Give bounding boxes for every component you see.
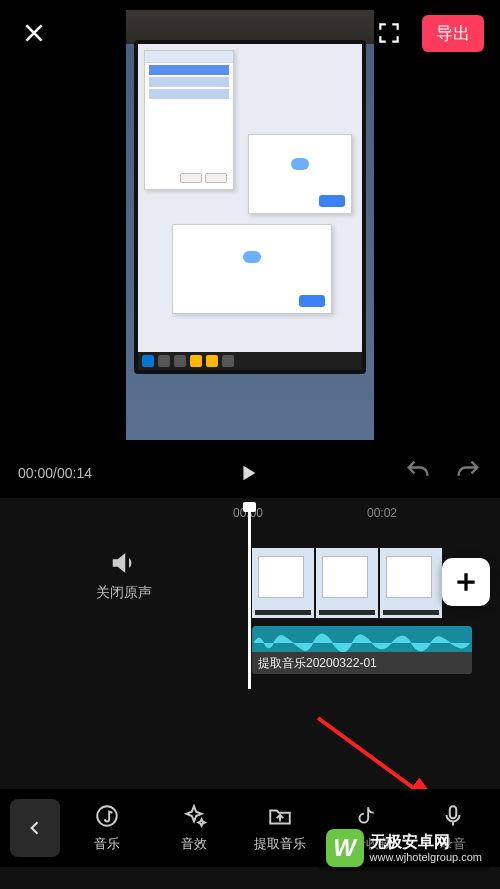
video-clip[interactable] — [380, 548, 442, 618]
tool-sound-effect[interactable]: 音效 — [164, 803, 224, 853]
export-button[interactable]: 导出 — [422, 15, 484, 52]
watermark-logo: W — [326, 829, 364, 867]
preview-frame — [126, 10, 374, 440]
fullscreen-button[interactable] — [374, 18, 404, 48]
watermark-domain: www.wjhotelgroup.com — [370, 851, 483, 863]
time-display: 00:00/00:14 — [18, 465, 92, 481]
redo-button[interactable] — [454, 457, 482, 489]
plus-icon — [453, 569, 479, 595]
redo-icon — [454, 457, 482, 485]
video-clip[interactable] — [316, 548, 378, 618]
video-preview[interactable] — [126, 10, 374, 440]
music-note-icon — [94, 803, 120, 829]
close-icon — [21, 20, 47, 46]
sparkle-icon — [181, 803, 207, 829]
svg-point-1 — [97, 806, 117, 826]
chevron-left-icon — [25, 818, 45, 838]
play-icon — [237, 462, 259, 484]
audio-clip[interactable]: 提取音乐20200322-01 — [252, 626, 472, 674]
close-button[interactable] — [16, 15, 52, 51]
add-clip-button[interactable] — [442, 558, 490, 606]
mute-label: 关闭原声 — [96, 584, 152, 602]
back-button[interactable] — [10, 799, 60, 857]
tool-extract-audio[interactable]: 提取音乐 — [250, 803, 310, 853]
video-clip[interactable] — [252, 548, 314, 618]
playhead[interactable] — [248, 504, 251, 689]
fullscreen-icon — [376, 20, 402, 46]
svg-rect-2 — [450, 806, 457, 818]
tool-music[interactable]: 音乐 — [77, 803, 137, 853]
speaker-icon — [109, 548, 139, 578]
mute-original-sound[interactable]: 关闭原声 — [0, 548, 248, 602]
ruler-tick: 00:02 — [367, 506, 397, 520]
play-button[interactable] — [92, 462, 404, 484]
undo-icon — [404, 457, 432, 485]
watermark-name: 无极安卓网 — [370, 833, 483, 851]
watermark: W 无极安卓网 www.wjhotelgroup.com — [318, 825, 491, 871]
video-track[interactable] — [252, 548, 444, 618]
audio-clip-label: 提取音乐20200322-01 — [252, 652, 472, 674]
folder-icon — [267, 803, 293, 829]
undo-button[interactable] — [404, 457, 432, 489]
